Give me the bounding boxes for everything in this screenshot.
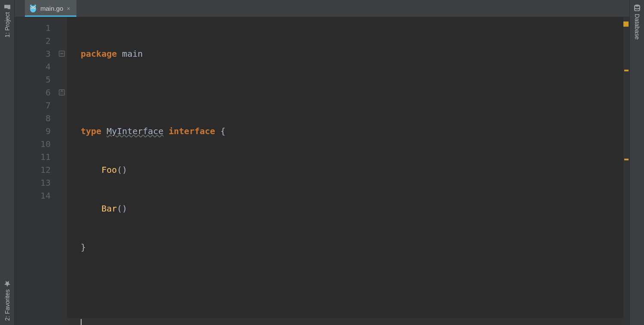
line-number[interactable]: 2 [15, 34, 51, 47]
code-line: type MyInterface interface { [81, 125, 623, 138]
database-label: Database [634, 14, 641, 40]
text-caret [81, 319, 82, 325]
line-number[interactable]: 11 [15, 150, 51, 163]
ide-window: 1: Project 2: Favorites [0, 0, 644, 325]
star-icon [4, 281, 11, 287]
tool-window-project[interactable]: 1: Project [3, 0, 12, 42]
svg-point-4 [34, 7, 35, 8]
line-number[interactable]: 5 [15, 73, 51, 86]
right-tool-stripe: Database [629, 0, 644, 325]
editor: 1234567891011121314 − ⌃ package main typ… [15, 17, 629, 325]
line-number[interactable]: 14 [15, 189, 51, 202]
line-number[interactable]: 4 [15, 60, 51, 73]
svg-point-6 [34, 4, 36, 6]
editor-tab-main-go[interactable]: main.go × [25, 0, 77, 17]
code-line: package main [81, 47, 623, 60]
tab-close-button[interactable]: × [67, 5, 70, 12]
line-number[interactable]: 7 [15, 99, 51, 112]
tool-window-database[interactable]: Database [633, 0, 641, 44]
svg-point-7 [635, 5, 640, 7]
analysis-status-icon[interactable] [623, 21, 629, 27]
svg-point-3 [31, 7, 32, 8]
warning-marker[interactable] [624, 159, 629, 160]
fold-close-icon[interactable]: ⌃ [59, 89, 65, 95]
project-label: 1: Project [4, 12, 11, 37]
database-icon [634, 4, 641, 11]
code-line: Bar() [81, 202, 623, 215]
go-file-icon [29, 4, 37, 13]
folder-icon [4, 4, 11, 9]
code-area[interactable]: package main type MyInterface interface … [67, 17, 623, 325]
code-line: } [81, 241, 623, 254]
line-number[interactable]: 1 [15, 21, 51, 34]
code-line: Foo() [81, 163, 623, 176]
error-stripe[interactable] [623, 17, 629, 325]
line-number[interactable]: 13 [15, 176, 51, 189]
line-number[interactable]: 6 [15, 86, 51, 99]
line-number[interactable]: 10 [15, 138, 51, 150]
fold-gutter[interactable]: − ⌃ [58, 17, 67, 325]
code-line [81, 86, 623, 99]
favorites-label: 2: Favorites [4, 289, 11, 321]
line-number[interactable]: 9 [15, 125, 51, 138]
left-tool-stripe: 1: Project 2: Favorites [0, 0, 15, 325]
line-number[interactable]: 12 [15, 163, 51, 176]
svg-point-5 [30, 4, 32, 6]
tool-window-favorites[interactable]: 2: Favorites [3, 276, 12, 325]
tab-filename: main.go [40, 5, 63, 12]
editor-tab-bar: main.go × [15, 0, 629, 17]
fold-open-icon[interactable]: − [59, 51, 65, 57]
main-column: main.go × 1234567891011121314 − ⌃ packag… [15, 0, 629, 325]
warning-marker[interactable] [624, 70, 629, 71]
line-number[interactable]: 3 [15, 47, 51, 60]
code-line-current [67, 318, 628, 325]
code-line [81, 279, 623, 292]
line-number-gutter[interactable]: 1234567891011121314 [15, 17, 58, 325]
line-number[interactable]: 8 [15, 112, 51, 125]
